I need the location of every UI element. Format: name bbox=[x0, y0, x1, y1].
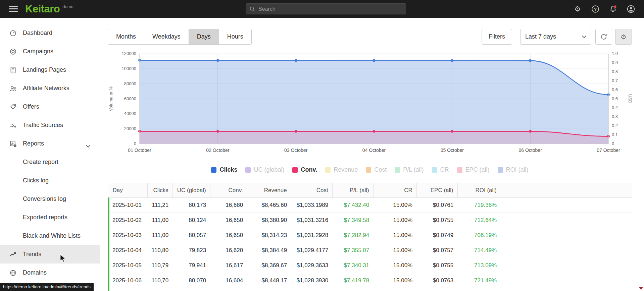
refresh-icon bbox=[600, 33, 607, 41]
tab-days[interactable]: Days bbox=[189, 29, 219, 45]
column-header-epc-all[interactable]: EPC (all) bbox=[416, 183, 457, 198]
keitaro-logo[interactable]: Keitaro bbox=[25, 3, 60, 15]
svg-text:03 October: 03 October bbox=[284, 148, 308, 153]
table-row: 2025-10-04110,8079,82316,620$8,384.49$1,… bbox=[109, 243, 632, 258]
legend-item-uc-global[interactable]: UC (global) bbox=[245, 166, 284, 173]
sidebar-item-label: Landings Pages bbox=[23, 66, 66, 73]
sidebar-item-campaigns[interactable]: Campaigns bbox=[0, 42, 100, 61]
trend-line-icon bbox=[9, 250, 17, 258]
sidebar-item-clicks-log[interactable]: Clicks log bbox=[0, 171, 100, 190]
filters-button[interactable]: Filters bbox=[482, 29, 512, 45]
svg-text:0.6: 0.6 bbox=[612, 87, 618, 92]
column-header-revenue[interactable]: Revenue bbox=[247, 183, 291, 198]
cell-cr: 15.00% bbox=[373, 213, 416, 228]
column-header-cr[interactable]: CR bbox=[373, 183, 416, 198]
sidebar-item-dashboard[interactable]: Dashboard bbox=[0, 24, 100, 42]
sidebar-item-conversions-log[interactable]: Conversions log bbox=[0, 190, 100, 208]
cell-cost: $130.9560 bbox=[291, 288, 332, 291]
search-input[interactable] bbox=[258, 6, 402, 12]
topbar: Keitaro demo ⚙ ? bbox=[0, 0, 644, 18]
column-header-clicks[interactable]: Clicks bbox=[148, 183, 173, 198]
column-header-roi-all[interactable]: ROI (all) bbox=[457, 183, 501, 198]
cell-p-l-all: $7,349.58 bbox=[332, 213, 373, 228]
cell-uc-global: 80,057 bbox=[172, 228, 210, 243]
cell-filler bbox=[501, 243, 632, 258]
legend-item-cost[interactable]: Cost bbox=[366, 166, 387, 173]
svg-text:06 October: 06 October bbox=[519, 148, 542, 153]
legend-item-revenue[interactable]: Revenue bbox=[325, 166, 358, 173]
date-range-value: Last 7 days bbox=[525, 33, 556, 40]
table-row: 2025-10-03111,0080,05716,650$8,314.23$1,… bbox=[109, 228, 632, 243]
cell-cost: $1,029.4177 bbox=[291, 243, 332, 258]
global-search[interactable] bbox=[246, 3, 406, 14]
date-range-select[interactable]: Last 7 days bbox=[520, 29, 591, 45]
settings-gear-icon[interactable]: ⚙ bbox=[573, 5, 582, 13]
legend-item-cr[interactable]: CR bbox=[432, 166, 449, 173]
svg-text:0: 0 bbox=[612, 141, 614, 146]
cell-clicks: 110,79 bbox=[148, 258, 173, 273]
cell-day: 2025-10-06 bbox=[109, 273, 148, 288]
legend-item-conv[interactable]: Conv. bbox=[292, 166, 317, 173]
sidebar-item-label: Exported reports bbox=[23, 214, 67, 221]
legend-item-roi-all[interactable]: ROI (all) bbox=[498, 166, 529, 173]
legend-item-epc-all[interactable]: EPC (all) bbox=[457, 166, 490, 173]
svg-text:Volume or %: Volume or % bbox=[108, 86, 113, 111]
cell-uc-global: 79,823 bbox=[172, 243, 210, 258]
scrollbar-down-arrow[interactable] bbox=[639, 287, 643, 290]
cell-conv: 16,620 bbox=[210, 243, 247, 258]
sidebar-item-affiliate-networks[interactable]: Affiliate Networks bbox=[0, 79, 100, 98]
cell-day: 2025-10-04 bbox=[109, 243, 148, 258]
cell-clicks: 111,21 bbox=[148, 198, 173, 213]
cell-cost: $1,031.2928 bbox=[291, 228, 332, 243]
sidebar-item-domains[interactable]: Domains bbox=[0, 264, 100, 282]
tab-hours[interactable]: Hours bbox=[219, 29, 252, 45]
sidebar-item-label: Dashboard bbox=[23, 30, 52, 37]
report-chart-icon bbox=[9, 140, 17, 148]
svg-text:07 October: 07 October bbox=[597, 148, 620, 153]
help-icon[interactable]: ? bbox=[591, 5, 600, 13]
legend-label: Revenue bbox=[334, 166, 358, 173]
hamburger-menu-icon[interactable] bbox=[9, 6, 18, 12]
sidebar-item-exported-reports[interactable]: Exported reports bbox=[0, 208, 100, 227]
sidebar-item-trends[interactable]: Trends bbox=[0, 245, 100, 264]
refresh-button[interactable] bbox=[595, 29, 612, 45]
notifications-bell-icon[interactable] bbox=[609, 5, 617, 13]
cell-roi-all: 719.36% bbox=[457, 198, 501, 213]
legend-swatch bbox=[292, 167, 298, 173]
legend-label: ROI (all) bbox=[506, 166, 529, 173]
tab-months[interactable]: Months bbox=[108, 29, 144, 45]
cell-uc-global: 80,124 bbox=[172, 213, 210, 228]
brand-demo-label: demo bbox=[62, 4, 73, 9]
tag-icon bbox=[9, 103, 17, 111]
table-row: 2025-10-0714,1010,1072,115$1,063.21$130.… bbox=[109, 288, 632, 291]
column-header-cost[interactable]: Cost bbox=[291, 183, 332, 198]
sidebar-item-landings-pages[interactable]: Landings Pages bbox=[0, 61, 100, 79]
chart-settings-button[interactable]: ⚙ bbox=[615, 29, 632, 45]
sidebar-item-traffic-sources[interactable]: Traffic Sources bbox=[0, 116, 100, 134]
sidebar-item-reports[interactable]: Reports bbox=[0, 134, 100, 153]
cell-uc-global: 10,107 bbox=[172, 288, 210, 291]
svg-text:02 October: 02 October bbox=[206, 148, 230, 153]
cell-day: 2025-10-01 bbox=[109, 198, 148, 213]
legend-item-p-l-all[interactable]: P/L (all) bbox=[395, 166, 424, 173]
cell-filler bbox=[501, 288, 632, 291]
cell-cr: 15.00% bbox=[373, 273, 416, 288]
sidebar-item-offers[interactable]: Offers bbox=[0, 98, 100, 116]
sidebar-item-create-report[interactable]: Create report bbox=[0, 153, 100, 171]
column-header-conv[interactable]: Conv. bbox=[210, 183, 247, 198]
column-header-p-l-all[interactable]: P/L (all) bbox=[332, 183, 373, 198]
column-header-day[interactable]: Day bbox=[109, 183, 148, 198]
user-avatar-icon[interactable] bbox=[627, 5, 635, 13]
cell-p-l-all: $7,419.78 bbox=[332, 273, 373, 288]
cell-p-l-all: $932.25 bbox=[332, 288, 373, 291]
cell-conv: 16,604 bbox=[210, 273, 247, 288]
cell-clicks: 110,80 bbox=[148, 243, 173, 258]
cell-p-l-all: $7,340.31 bbox=[332, 258, 373, 273]
legend-item-clicks[interactable]: Clicks bbox=[211, 166, 237, 173]
tab-weekdays[interactable]: Weekdays bbox=[144, 29, 189, 45]
sidebar-item-label: Offers bbox=[23, 103, 39, 110]
column-header-uc-global[interactable]: UC (global) bbox=[172, 183, 210, 198]
sidebar-item-black-and-white-lists[interactable]: Black and White Lists bbox=[0, 227, 100, 245]
svg-text:0.7: 0.7 bbox=[612, 78, 618, 83]
svg-text:60000: 60000 bbox=[124, 96, 136, 101]
